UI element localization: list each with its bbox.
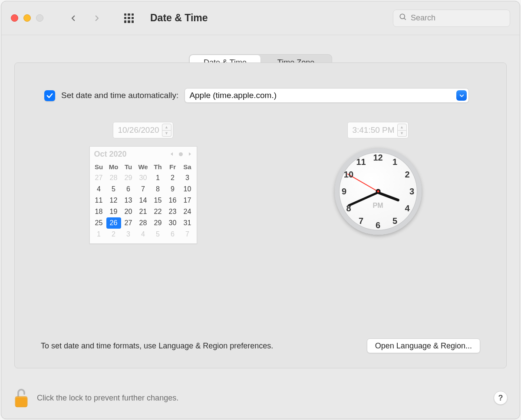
preferences-window: Date & Time Search Date & Time Time Zone… <box>1 1 520 419</box>
calendar-day[interactable]: 24 <box>180 206 195 217</box>
lock-icon[interactable] <box>13 388 29 408</box>
date-stepper[interactable]: ▲ ▼ <box>162 124 171 137</box>
calendar-month-label: Oct 2020 <box>94 150 127 159</box>
clock-numeral: 9 <box>342 187 346 197</box>
clock-numeral: 8 <box>346 203 351 213</box>
calendar-day[interactable]: 21 <box>136 206 151 217</box>
calendar-day[interactable]: 15 <box>151 195 165 206</box>
search-field[interactable]: Search <box>393 10 510 27</box>
svg-rect-4 <box>15 397 27 407</box>
calendar-day[interactable]: 25 <box>92 217 106 229</box>
calendar-day[interactable]: 30 <box>165 217 180 229</box>
calendar-day[interactable]: 29 <box>121 172 136 184</box>
toolbar-nav <box>69 14 101 22</box>
calendar-day[interactable]: 4 <box>92 184 106 195</box>
calendar-day[interactable]: 17 <box>180 195 195 206</box>
calendar-day[interactable]: 5 <box>106 184 121 195</box>
calendar-next-icon[interactable] <box>187 151 192 158</box>
search-icon <box>399 13 407 23</box>
calendar-header: Oct 2020 <box>90 147 197 161</box>
clock-numeral: 1 <box>392 157 397 167</box>
calendar-day[interactable]: 6 <box>165 229 180 240</box>
calendar-day[interactable]: 9 <box>165 184 180 195</box>
stepper-down-icon[interactable]: ▼ <box>397 131 407 137</box>
calendar-day[interactable]: 27 <box>92 172 106 184</box>
calendar-grid: SuMoTuWeThFrSa27282930123456789101112131… <box>90 161 197 243</box>
calendar-dow: Mo <box>106 161 121 172</box>
clock-hour-hand <box>377 191 399 202</box>
clock-numeral: 7 <box>359 216 363 226</box>
set-automatically-checkbox[interactable] <box>44 90 55 101</box>
time-server-value: Apple (time.apple.com.) <box>189 91 277 100</box>
calendar-dow: We <box>136 161 151 172</box>
time-stepper[interactable]: ▲ ▼ <box>397 124 407 137</box>
window-controls <box>11 14 43 22</box>
calendar-day[interactable]: 29 <box>151 217 165 229</box>
calendar-day[interactable]: 1 <box>92 229 106 240</box>
calendar-day[interactable]: 12 <box>106 195 121 206</box>
date-field[interactable]: 10/26/2020 ▲ ▼ <box>113 122 173 138</box>
calendar-day[interactable]: 4 <box>136 229 151 240</box>
forward-button[interactable] <box>93 14 101 22</box>
set-automatically-row: Set date and time automatically: Apple (… <box>44 88 469 103</box>
calendar-day[interactable]: 8 <box>151 184 165 195</box>
calendar-day[interactable]: 2 <box>165 172 180 184</box>
calendar-day[interactable]: 30 <box>136 172 151 184</box>
calendar-day[interactable]: 16 <box>165 195 180 206</box>
close-window-button[interactable] <box>11 14 18 22</box>
open-language-region-button[interactable]: Open Language & Region... <box>367 338 480 353</box>
calendar-day[interactable]: 2 <box>106 229 121 240</box>
calendar-day[interactable]: 23 <box>165 206 180 217</box>
calendar-day[interactable]: 10 <box>180 184 195 195</box>
stepper-up-icon[interactable]: ▲ <box>162 124 171 131</box>
calendar-day[interactable]: 26 <box>106 217 121 229</box>
clock-numeral: 6 <box>376 220 380 230</box>
clock-numeral: 2 <box>405 170 409 180</box>
calendar-day[interactable]: 1 <box>151 172 165 184</box>
calendar-day[interactable]: 28 <box>136 217 151 229</box>
svg-point-0 <box>400 14 405 19</box>
clock-numeral: 11 <box>356 157 366 167</box>
calendar-day[interactable]: 7 <box>136 184 151 195</box>
calendar-dow: Fr <box>165 161 180 172</box>
calendar-prev-icon[interactable] <box>169 151 175 158</box>
stepper-up-icon[interactable]: ▲ <box>397 124 407 131</box>
window-title: Date & Time <box>150 12 208 24</box>
clock-numeral: 3 <box>409 187 414 197</box>
calendar-day[interactable]: 5 <box>151 229 165 240</box>
help-button[interactable]: ? <box>494 391 508 405</box>
calendar-day[interactable]: 27 <box>121 217 136 229</box>
date-column: 10/26/2020 ▲ ▼ Oct 2020 <box>45 122 241 244</box>
show-all-icon[interactable] <box>124 13 134 23</box>
date-field-value: 10/26/2020 <box>118 125 159 135</box>
panel-footer: To set date and time formats, use Langua… <box>41 338 480 353</box>
calendar[interactable]: Oct 2020 SuMoTuWeThFrSa27282930123456789… <box>89 146 197 244</box>
set-automatically-label: Set date and time automatically: <box>61 91 178 100</box>
minimize-window-button[interactable] <box>23 14 31 22</box>
time-field-value: 3:41:50 PM <box>352 125 394 135</box>
calendar-day[interactable]: 19 <box>106 206 121 217</box>
calendar-day[interactable]: 3 <box>121 229 136 240</box>
calendar-dow: Sa <box>180 161 195 172</box>
calendar-day[interactable]: 31 <box>180 217 195 229</box>
clock-numeral: 10 <box>344 170 353 180</box>
stepper-down-icon[interactable]: ▼ <box>162 131 171 137</box>
calendar-day[interactable]: 20 <box>121 206 136 217</box>
calendar-day[interactable]: 6 <box>121 184 136 195</box>
calendar-day[interactable]: 28 <box>106 172 121 184</box>
calendar-day[interactable]: 3 <box>180 172 195 184</box>
window-footer: Click the lock to prevent further change… <box>1 377 520 419</box>
time-field[interactable]: 3:41:50 PM ▲ ▼ <box>347 122 408 138</box>
calendar-day[interactable]: 22 <box>151 206 165 217</box>
time-column: 3:41:50 PM ▲ ▼ PM 121234 <box>280 122 476 244</box>
date-time-panel: Set date and time automatically: Apple (… <box>14 62 507 368</box>
clock-numeral: 12 <box>373 153 383 163</box>
calendar-day[interactable]: 18 <box>92 206 106 217</box>
calendar-day[interactable]: 14 <box>136 195 151 206</box>
calendar-day[interactable]: 7 <box>180 229 195 240</box>
calendar-today-icon[interactable] <box>179 152 183 156</box>
calendar-day[interactable]: 11 <box>92 195 106 206</box>
back-button[interactable] <box>69 14 77 22</box>
time-server-combobox[interactable]: Apple (time.apple.com.) <box>185 88 469 103</box>
calendar-day[interactable]: 13 <box>121 195 136 206</box>
